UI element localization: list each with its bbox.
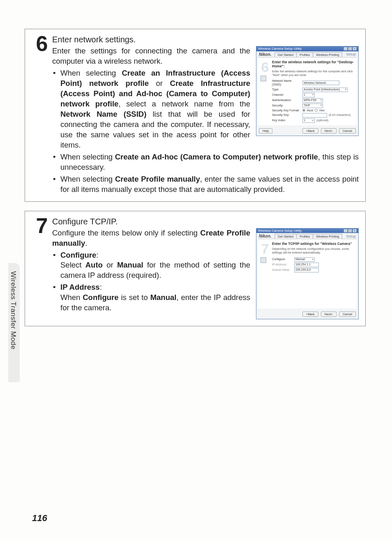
text: is set to [119, 293, 150, 302]
computer-icon [261, 76, 266, 81]
bold-text: Configure [83, 293, 118, 302]
bold-text: Create Profile manually [115, 175, 200, 183]
tab-wireless-printing[interactable]: Wireless Printing [313, 234, 342, 239]
bold-text: Network Name (SSID) [60, 110, 146, 118]
label-key-format: Security Key Format: [272, 109, 301, 113]
text: When selecting [60, 175, 115, 183]
wizard-step-number: 6 [261, 60, 270, 74]
back-button[interactable]: <Back [302, 312, 318, 317]
dialog-subtext: Enter the wireless network settings for … [272, 70, 354, 77]
select-auth[interactable]: WPA-PSK [302, 98, 323, 103]
brand-logo: Nikon. [259, 52, 272, 57]
text: Select [60, 261, 85, 269]
radio-hex[interactable] [315, 109, 318, 112]
cancel-button[interactable]: Cancel [339, 312, 356, 317]
tab-profiles[interactable]: Profiles [296, 234, 313, 239]
label-security-key: Security Key: [272, 113, 301, 117]
window-title: Wireless Camera Setup Utility [258, 229, 302, 233]
label-type: Type: [272, 88, 301, 92]
text: , select a network name from the [118, 99, 250, 108]
radio-hex-label: Hex [319, 109, 325, 113]
dialog-subtext: Depending on the network configuration y… [272, 247, 354, 254]
input-ip-address[interactable]: 169.254.1.1 [294, 263, 319, 267]
window-titlebar: Wireless Camera Setup Utility - □ × [256, 46, 358, 51]
step-7-intro: Configure the items below only if select… [52, 228, 250, 249]
minimize-icon[interactable]: - [344, 229, 348, 233]
input-ssid[interactable]: Wireless Network [302, 81, 339, 85]
note-optional: (optional) [316, 119, 328, 122]
close-icon[interactable]: × [353, 47, 357, 51]
bullet-icon: • [52, 250, 60, 261]
select-type[interactable]: Access Point (Infrastructure) [302, 88, 348, 92]
label-auth: Authentication: [272, 99, 301, 102]
maximize-icon[interactable]: □ [348, 47, 352, 51]
text: . [85, 239, 87, 247]
tab-profiles[interactable]: Profiles [296, 52, 313, 57]
bold-label: IP Address [60, 283, 100, 291]
tab-get-started[interactable]: Get Started [274, 52, 297, 57]
side-tab-label: Wireless Transfer Mode [9, 271, 17, 350]
maximize-icon[interactable]: □ [348, 229, 352, 233]
text: When selecting [60, 69, 122, 77]
input-security-key[interactable] [302, 113, 327, 118]
text: or [103, 261, 117, 269]
step-6-number: 6 [32, 34, 52, 53]
bold-text: Create an Ad-hoc (Camera to Computer) ne… [115, 152, 318, 161]
bullet-icon: • [52, 282, 60, 293]
dialog-heading: Enter the wireless network settings for … [272, 60, 354, 68]
text: When selecting [60, 152, 115, 161]
step-6-intro: Enter the settings for connecting the ca… [52, 46, 250, 67]
label-subnet-mask: Subnet Mask: [272, 268, 293, 272]
computer-icon [261, 257, 266, 263]
brand-logo: Nikon. [259, 234, 272, 239]
tab-wireless-printing[interactable]: Wireless Printing [313, 52, 342, 57]
bold-text: Manual [150, 293, 177, 302]
next-button[interactable]: Next> [321, 128, 337, 134]
step-7-number: 7 [32, 216, 52, 235]
label-configure: Configure: [272, 258, 293, 261]
dialog-heading: Enter the TCP/IP settings for "Wireless … [272, 242, 354, 246]
bullet-icon: • [52, 68, 60, 78]
step-7-box: 7 Configure TCP/IP. Configure the items … [25, 211, 366, 327]
wizard-step-number: 7 [261, 242, 270, 256]
select-configure[interactable]: Manual [294, 257, 315, 262]
step-6-title: Enter network settings. [52, 34, 359, 45]
label-ip-address: IP Address: [272, 263, 293, 267]
note-key-chars: (8-63 characters) [329, 113, 350, 117]
select-key-index[interactable]: 1 [302, 118, 315, 123]
tab-get-started[interactable]: Get Started [274, 234, 297, 239]
bold-text: Auto [85, 261, 103, 269]
screenshot-step-6: Wireless Camera Setup Utility - □ × Niko… [256, 46, 359, 136]
minimize-icon[interactable]: - [344, 47, 348, 51]
setup-icon: Setup [346, 234, 356, 239]
step-6-bullet-3: • When selecting Create Profile manually… [52, 174, 359, 195]
text: Configure the items below only if select… [52, 228, 200, 237]
radio-ascii-label: Ascii [307, 109, 313, 113]
next-button[interactable]: Next> [321, 312, 337, 317]
bold-text: Manual [117, 261, 143, 269]
back-button[interactable]: <Back [302, 128, 318, 134]
radio-ascii[interactable] [302, 109, 305, 112]
step-7-bullet-configure: • Configure: Select Auto or Manual for t… [52, 250, 250, 281]
step-6-box: 6 Enter network settings. Enter the sett… [25, 29, 366, 202]
close-icon[interactable]: × [353, 229, 357, 233]
cancel-button[interactable]: Cancel [339, 128, 356, 134]
bullet-icon: • [52, 174, 60, 185]
select-channel[interactable]: 1 [302, 93, 315, 97]
input-subnet-mask[interactable]: 255.255.0.0 [294, 268, 319, 272]
step-7-bullet-ip: • IP Address: When Configure is set to M… [52, 282, 250, 313]
page-number: 116 [32, 513, 47, 524]
setup-icon: Setup [346, 52, 356, 57]
page-content: 6 Enter network settings. Enter the sett… [25, 29, 366, 335]
label-security: Security: [272, 104, 301, 108]
step-6-bullet-1: • When selecting Create an Infrastructur… [52, 68, 250, 150]
text: or [149, 79, 170, 88]
text: When [60, 293, 83, 302]
step-7-title: Configure TCP/IP. [52, 216, 359, 227]
label-ssid: Network Name (SSID): [272, 79, 301, 86]
window-titlebar: Wireless Camera Setup Utility - □ × [256, 228, 358, 233]
select-security[interactable]: TKIP [302, 104, 323, 108]
bullet-icon: • [52, 152, 60, 162]
window-title: Wireless Camera Setup Utility [258, 47, 302, 51]
help-button[interactable]: Help [259, 128, 272, 134]
